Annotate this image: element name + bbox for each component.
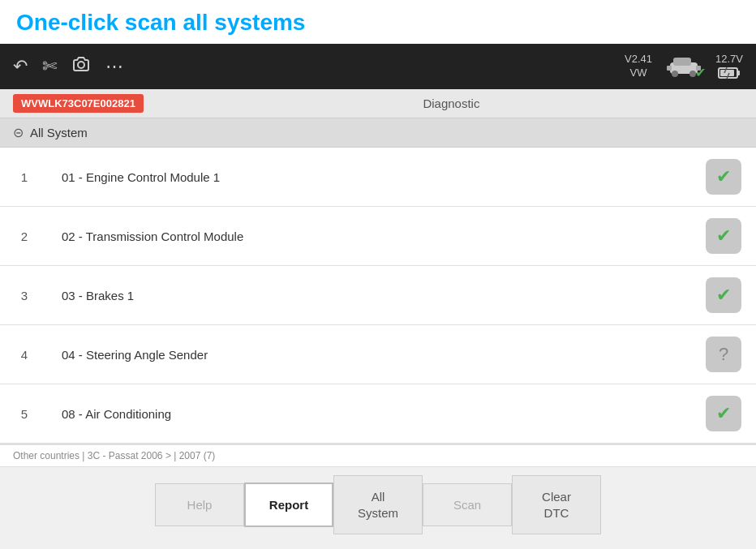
battery-container: 12.7V: [715, 53, 743, 81]
row-name: 03 - Brakes 1: [49, 266, 691, 325]
systems-table: 101 - Engine Control Module 1✔202 - Tran…: [0, 148, 756, 444]
report-button[interactable]: Report: [244, 483, 333, 528]
table-row[interactable]: 404 - Steering Angle Sender?: [0, 325, 756, 384]
row-name: 02 - Transmission Control Module: [49, 207, 691, 266]
svg-rect-8: [720, 70, 734, 76]
section-label: All System: [30, 126, 88, 139]
row-status: ✔: [691, 148, 756, 207]
row-number: 4: [0, 325, 49, 384]
svg-point-0: [78, 62, 84, 68]
row-number: 1: [0, 148, 49, 207]
version-info: V2.41 VW: [625, 53, 652, 80]
table-row[interactable]: 101 - Engine Control Module 1✔: [0, 148, 756, 207]
row-status: ?: [691, 325, 756, 384]
battery-icon: [718, 66, 741, 80]
row-number: 2: [0, 207, 49, 266]
section-header: ⊝ All System: [0, 118, 756, 148]
row-number: 5: [0, 384, 49, 444]
question-icon: ?: [706, 337, 741, 372]
row-name: 01 - Engine Control Module 1: [49, 148, 691, 207]
row-name: 04 - Steering Angle Sender: [49, 325, 691, 384]
toolbar-right: V2.41 VW ✔ 12.7V: [625, 53, 743, 81]
version-number: V2.41: [625, 53, 652, 66]
toolbar: ↶ ✄ ⋯ V2.41 VW ✔ 12.: [0, 44, 756, 89]
svg-point-3: [672, 71, 678, 77]
scan-button[interactable]: Scan: [423, 483, 512, 527]
scissors-icon[interactable]: ✄: [42, 56, 57, 77]
diagnostic-label: Diagnostic: [160, 97, 743, 110]
collapse-icon[interactable]: ⊝: [13, 125, 24, 140]
battery-voltage: 12.7V: [715, 53, 743, 66]
svg-rect-2: [673, 58, 691, 66]
footer-info: Other countries | 3C - Passat 2006 > | 2…: [0, 444, 756, 466]
row-status: ✔: [691, 266, 756, 325]
car-ok-icon: ✔: [695, 65, 706, 80]
page-title: One-click scan all systems: [16, 10, 740, 36]
row-status: ✔: [691, 207, 756, 266]
check-icon: ✔: [706, 277, 741, 313]
svg-rect-5: [667, 66, 672, 71]
check-icon: ✔: [706, 396, 741, 431]
page-title-area: One-click scan all systems: [0, 0, 756, 44]
table-area: ⊝ All System 101 - Engine Control Module…: [0, 118, 756, 444]
brand-label: VW: [625, 66, 652, 80]
check-icon: ✔: [706, 218, 741, 254]
clear-dtc-button[interactable]: Clear DTC: [512, 475, 601, 534]
svg-rect-9: [737, 71, 740, 75]
table-row[interactable]: 508 - Air Conditioning✔: [0, 384, 756, 444]
row-name: 08 - Air Conditioning: [49, 384, 691, 444]
vin-badge: WVWLK73C07E002821: [13, 94, 144, 113]
row-status: ✔: [691, 384, 756, 444]
sub-header: WVWLK73C07E002821 Diagnostic: [0, 89, 756, 118]
bottom-bar: Help Report All System Scan Clear DTC: [0, 466, 756, 543]
table-row[interactable]: 202 - Transmission Control Module✔: [0, 207, 756, 266]
help-button[interactable]: Help: [155, 483, 244, 527]
all-system-button[interactable]: All System: [333, 475, 423, 534]
row-number: 3: [0, 266, 49, 325]
check-icon: ✔: [706, 159, 741, 195]
more-icon[interactable]: ⋯: [105, 56, 123, 77]
camera-icon[interactable]: [71, 54, 91, 79]
table-row[interactable]: 303 - Brakes 1✔: [0, 266, 756, 325]
toolbar-left: ↶ ✄ ⋯: [13, 54, 123, 79]
car-status-container: ✔: [667, 54, 701, 79]
back-icon[interactable]: ↶: [13, 56, 28, 77]
